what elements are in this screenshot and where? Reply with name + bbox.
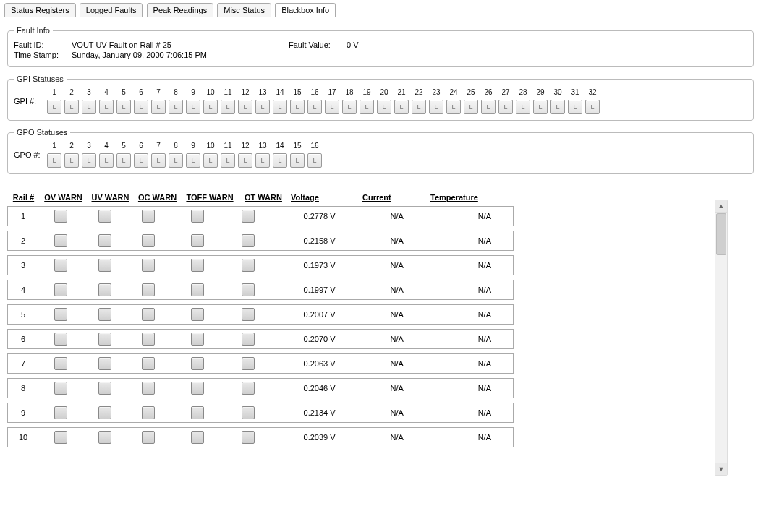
checkbox-icon — [98, 357, 111, 370]
checkbox-icon — [191, 332, 204, 346]
header-temperature: Temperature — [428, 193, 510, 202]
gpi-pin-value: L — [186, 100, 200, 114]
cell-toff-warn — [171, 382, 225, 395]
cell-toff-warn — [171, 431, 225, 444]
gpo-pin-7: 7L — [150, 141, 167, 168]
checkbox-icon — [54, 283, 67, 296]
cell-voltage: 0.1973 V — [271, 261, 343, 270]
gpi-pin-number: 4 — [104, 87, 109, 98]
tab-peak-readings[interactable]: Peak Readings — [147, 3, 214, 17]
cell-temperature: N/A — [417, 310, 513, 319]
cell-toff-warn — [171, 210, 225, 223]
cell-rail: 10 — [8, 433, 38, 442]
table-row: 30.1973 VN/AN/A — [7, 255, 514, 275]
gpo-pin-11: 11L — [219, 141, 237, 168]
cell-rail: 5 — [8, 310, 38, 319]
header-oc-warn: OC WARN — [134, 193, 181, 202]
checkbox-icon — [54, 357, 67, 370]
vertical-scrollbar[interactable]: ▲ ▼ — [715, 200, 728, 476]
cell-ov-warn — [38, 234, 82, 247]
tab-logged-faults[interactable]: Logged Faults — [80, 3, 143, 17]
cell-uv-warn — [82, 382, 127, 395]
checkbox-icon — [242, 406, 255, 419]
cell-toff-warn — [171, 406, 225, 419]
gpi-pin-29: 29L — [532, 87, 549, 114]
cell-uv-warn — [82, 332, 127, 346]
gpi-pin-value: L — [64, 100, 79, 114]
cell-current: N/A — [343, 408, 417, 417]
cell-rail: 2 — [8, 236, 38, 245]
cell-ot-warn — [225, 357, 271, 370]
gpi-pin-28: 28L — [514, 87, 532, 114]
gpi-pin-19: 19L — [358, 87, 375, 114]
gpi-pin-number: 5 — [122, 87, 126, 98]
checkbox-icon — [242, 259, 255, 272]
gpi-pin-number: 26 — [484, 87, 492, 98]
cell-current: N/A — [343, 310, 417, 319]
checkbox-icon — [98, 406, 111, 419]
gpo-pin-number: 14 — [276, 141, 284, 151]
gpi-pin-number: 32 — [588, 87, 596, 98]
table-row: 60.2070 VN/AN/A — [7, 329, 514, 349]
header-toff-warn: TOFF WARN — [181, 193, 239, 202]
cell-temperature: N/A — [417, 335, 513, 343]
gpo-pin-number: 10 — [206, 141, 214, 151]
cell-voltage: 0.2063 V — [271, 359, 343, 368]
gpi-pin-value: L — [290, 100, 305, 114]
checkbox-icon — [142, 308, 155, 321]
gpi-pin-9: 9L — [184, 87, 202, 114]
checkbox-icon — [54, 234, 67, 247]
gpo-pin-number: 4 — [104, 141, 109, 151]
gpo-pin-value: L — [273, 153, 287, 168]
checkbox-icon — [142, 283, 155, 296]
gpo-legend: GPO Statuses — [14, 128, 70, 137]
cell-ov-warn — [38, 283, 82, 296]
gpi-statuses-group: GPI Statuses GPI #: 1L2L3L4L5L6L7L8L9L10… — [7, 74, 754, 121]
gpi-pin-5: 5L — [115, 87, 132, 114]
cell-ov-warn — [38, 308, 82, 321]
checkbox-icon — [242, 234, 255, 247]
gpi-pin-number: 30 — [553, 87, 561, 98]
cell-temperature: N/A — [417, 261, 513, 270]
gpo-pin-1: 1L — [46, 141, 63, 168]
checkbox-icon — [54, 382, 67, 395]
gpo-row-label: GPO #: — [14, 150, 46, 159]
gpi-pin-number: 23 — [432, 87, 440, 98]
checkbox-icon — [142, 357, 155, 370]
cell-oc-warn — [127, 210, 171, 223]
gpi-pin-value: L — [516, 100, 530, 114]
gpi-pin-value: L — [394, 100, 409, 114]
cell-rail: 7 — [8, 359, 38, 368]
gpi-pin-10: 10L — [202, 87, 219, 114]
tab-blackbox-info[interactable]: Blackbox Info — [275, 3, 336, 17]
cell-toff-warn — [171, 283, 225, 296]
gpi-pin-value: L — [446, 100, 461, 114]
fault-info-group: Fault Info Fault ID: VOUT UV Fault on Ra… — [7, 26, 754, 67]
fault-value-value: 0 V — [347, 40, 359, 49]
gpi-pin-number: 31 — [571, 87, 579, 98]
timestamp-value: Sunday, January 09, 2000 7:06:15 PM — [72, 51, 207, 59]
checkbox-icon — [191, 210, 204, 223]
gpo-statuses-group: GPO Statuses GPO #: 1L2L3L4L5L6L7L8L9L10… — [7, 128, 754, 174]
scroll-up-arrow-icon[interactable]: ▲ — [715, 200, 727, 213]
scroll-thumb[interactable] — [716, 213, 726, 255]
gpi-pin-number: 18 — [345, 87, 353, 98]
checkbox-icon — [191, 431, 204, 444]
gpo-pin-number: 15 — [293, 141, 301, 151]
cell-rail: 9 — [8, 408, 38, 417]
checkbox-icon — [98, 308, 111, 321]
cell-temperature: N/A — [417, 408, 513, 417]
gpi-pin-value: L — [238, 100, 252, 114]
cell-uv-warn — [82, 259, 127, 272]
scroll-down-arrow-icon[interactable]: ▼ — [715, 463, 727, 475]
tab-misc-status[interactable]: Misc Status — [217, 3, 271, 17]
checkbox-icon — [191, 382, 204, 395]
cell-ot-warn — [225, 406, 271, 419]
cell-ot-warn — [225, 382, 271, 395]
gpo-pin-value: L — [169, 153, 183, 168]
tab-status-registers[interactable]: Status Registers — [4, 3, 76, 17]
gpi-pin-number: 1 — [52, 87, 56, 98]
gpi-pin-number: 13 — [258, 87, 266, 98]
cell-uv-warn — [82, 308, 127, 321]
gpi-pin-value: L — [550, 100, 565, 114]
